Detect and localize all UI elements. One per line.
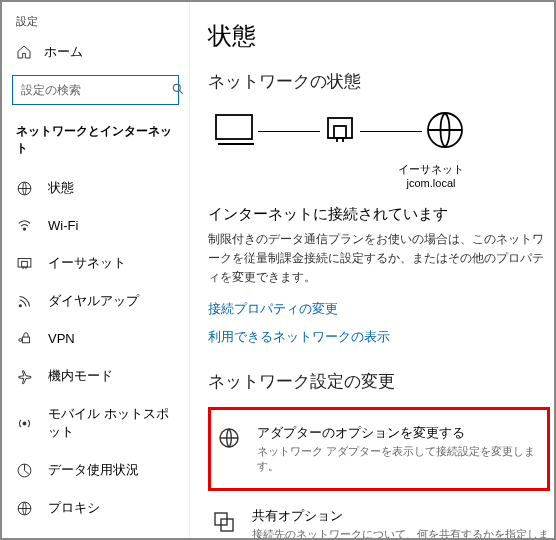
network-status-heading: ネットワークの状態 [208, 70, 554, 93]
page-title: 状態 [208, 20, 554, 52]
svg-rect-4 [18, 258, 31, 267]
wifi-icon [16, 217, 34, 234]
airplane-icon [16, 368, 34, 385]
eth-name: イーサネット [308, 162, 554, 177]
option-title: アダプターのオプションを変更する [257, 424, 541, 442]
adapter-icon [217, 424, 243, 450]
proxy-icon [16, 500, 34, 517]
svg-point-0 [173, 84, 180, 91]
svg-rect-9 [22, 337, 29, 343]
app-title: 設定 [2, 10, 189, 37]
nav-vpn[interactable]: VPN [2, 320, 189, 357]
settings-window: 設定 ホーム ネットワークとインターネット 状態 Wi-Fi イーサネット [0, 0, 556, 540]
pc-icon [212, 111, 256, 152]
diagram-line [258, 131, 320, 132]
nav-status[interactable]: 状態 [2, 169, 189, 207]
nav-airplane[interactable]: 機内モード [2, 357, 189, 395]
link-connection-properties[interactable]: 接続プロパティの変更 [208, 300, 338, 318]
nav-label: 状態 [48, 179, 74, 197]
nav-label: 機内モード [48, 367, 113, 385]
section-heading: ネットワークとインターネット [2, 119, 189, 169]
svg-rect-17 [334, 126, 346, 138]
svg-rect-14 [216, 115, 252, 139]
nav-label: モバイル ホットスポット [48, 405, 175, 441]
option-sharing[interactable]: 共有オプション 接続先のネットワークについて、何を共有するかを指定します。 [208, 497, 554, 538]
svg-rect-5 [22, 261, 28, 267]
diagram-line [360, 131, 422, 132]
eth-domain: jcom.local [308, 177, 554, 189]
network-settings-heading: ネットワーク設定の変更 [208, 370, 554, 393]
svg-point-8 [19, 304, 21, 306]
option-subtitle: 接続先のネットワークについて、何を共有するかを指定します。 [252, 527, 550, 538]
nav-label: プロキシ [48, 499, 100, 517]
metered-description: 制限付きのデータ通信プランをお使いの場合は、このネットワークを従量制課金接続に設… [208, 230, 554, 288]
globe-icon [16, 180, 34, 197]
option-title: 共有オプション [252, 507, 550, 525]
dialup-icon [16, 293, 34, 310]
ethernet-node-icon [322, 112, 358, 151]
highlighted-option: アダプターのオプションを変更する ネットワーク アダプターを表示して接続設定を変… [208, 407, 550, 491]
option-subtitle: ネットワーク アダプターを表示して接続設定を変更します。 [257, 444, 541, 474]
vpn-icon [16, 330, 34, 347]
main-content: 状態 ネットワークの状態 イーサネット jcom.local インターネットに接… [190, 2, 554, 538]
nav-ethernet[interactable]: イーサネット [2, 244, 189, 282]
sidebar: 設定 ホーム ネットワークとインターネット 状態 Wi-Fi イーサネット [2, 2, 190, 538]
nav-dialup[interactable]: ダイヤルアップ [2, 282, 189, 320]
nav-label: イーサネット [48, 254, 126, 272]
search-icon [171, 82, 185, 99]
home-icon [16, 44, 32, 60]
ethernet-labels: イーサネット jcom.local [208, 162, 554, 189]
option-adapter[interactable]: アダプターのオプションを変更する ネットワーク アダプターを表示して接続設定を変… [213, 414, 545, 484]
globe-node-icon [424, 109, 466, 154]
search-box[interactable] [12, 75, 179, 105]
nav-hotspot[interactable]: モバイル ホットスポット [2, 395, 189, 451]
home-label: ホーム [44, 43, 83, 61]
nav-datausage[interactable]: データ使用状況 [2, 451, 189, 489]
hotspot-icon [16, 415, 34, 432]
nav-proxy[interactable]: プロキシ [2, 489, 189, 527]
svg-rect-16 [328, 118, 352, 138]
data-usage-icon [16, 462, 34, 479]
link-available-networks[interactable]: 利用できるネットワークの表示 [208, 328, 390, 346]
nav-label: データ使用状況 [48, 461, 139, 479]
home-nav[interactable]: ホーム [2, 37, 189, 67]
nav-wifi[interactable]: Wi-Fi [2, 207, 189, 244]
svg-line-1 [180, 90, 183, 93]
connected-status: インターネットに接続されています [208, 205, 554, 224]
sharing-icon [212, 507, 238, 533]
search-input[interactable] [21, 83, 171, 97]
svg-point-10 [19, 339, 22, 342]
nav-label: Wi-Fi [48, 218, 78, 233]
svg-point-3 [23, 228, 25, 230]
network-diagram [208, 109, 554, 154]
nav-label: ダイヤルアップ [48, 292, 139, 310]
svg-point-11 [23, 422, 26, 425]
ethernet-icon [16, 255, 34, 272]
nav-label: VPN [48, 331, 75, 346]
